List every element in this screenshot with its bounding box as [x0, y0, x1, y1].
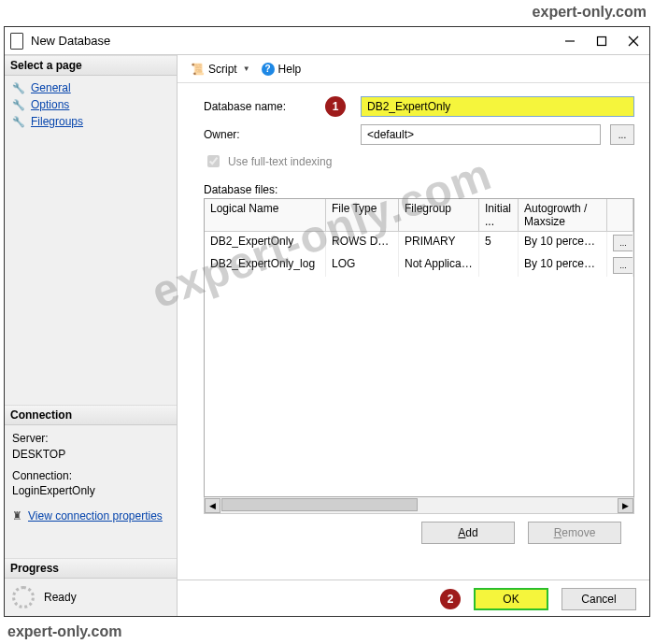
autogrowth-edit-button[interactable]: ... [613, 235, 633, 251]
page-filegroups[interactable]: 🔧 Filegroups [7, 113, 175, 130]
cell-filegroup: PRIMARY [399, 232, 479, 254]
grid-hscrollbar[interactable]: ◀ ▶ [204, 497, 634, 514]
cell-filegroup: Not Applicable [399, 254, 479, 277]
help-button[interactable]: ? Help [262, 63, 302, 76]
cancel-button[interactable]: Cancel [562, 588, 636, 610]
progress-header: Progress [5, 558, 177, 579]
maximize-icon [596, 36, 607, 47]
col-btn [607, 199, 633, 232]
script-label: Script [208, 63, 237, 76]
database-files-grid[interactable]: Logical Name File Type Filegroup Initial… [204, 198, 634, 497]
fulltext-checkbox [207, 155, 220, 167]
progress-spinner-icon [12, 586, 35, 608]
progress-body: Ready [5, 579, 177, 616]
fulltext-label: Use full-text indexing [228, 155, 332, 168]
main-panel: 📜 Script ▼ ? Help Database name: 1 Owner… [178, 55, 649, 616]
cell-autogrowth: By 10 percent, Unlimited [519, 232, 607, 254]
grid-buttonbar: AAdddd RemoveRemove [204, 514, 634, 544]
database-icon [10, 33, 23, 50]
view-connection-properties[interactable]: View connection properties [28, 508, 163, 524]
close-icon [628, 36, 639, 47]
page-filegroups-label: Filegroups [31, 115, 83, 128]
grid-row[interactable]: DB2_ExpertOnly_log LOG Not Applicable By… [205, 254, 633, 277]
annotation-marker-2: 2 [440, 589, 461, 609]
connection-header: Connection [5, 405, 177, 425]
server-icon: ♜ [12, 508, 22, 524]
col-autogrowth[interactable]: Autogrowth / Maxsize [519, 199, 607, 232]
owner-input[interactable] [361, 124, 601, 145]
dbname-input[interactable] [361, 96, 634, 117]
wrench-icon: 🔧 [12, 116, 25, 128]
scroll-thumb[interactable] [221, 498, 418, 511]
help-label: Help [278, 63, 302, 76]
titlebar: New Database [5, 27, 649, 55]
dialog-window: New Database Select a page 🔧 General 🔧 O… [4, 26, 650, 617]
form-area: Database name: 1 Owner: ... Use full-tex… [178, 83, 649, 572]
col-filegroup[interactable]: Filegroup [399, 199, 479, 232]
page-general[interactable]: 🔧 General [7, 79, 175, 96]
minimize-button[interactable] [554, 28, 586, 54]
server-value: DESKTOP [12, 447, 169, 463]
toolbar: 📜 Script ▼ ? Help [178, 55, 649, 83]
annotation-marker-1: 1 [325, 96, 346, 117]
cell-filetype: ROWS Data [326, 232, 399, 254]
ok-button[interactable]: OK [474, 588, 548, 610]
select-page-header: Select a page [5, 55, 177, 76]
svg-rect-1 [598, 36, 606, 45]
add-button[interactable]: AAdddd [421, 522, 515, 544]
scroll-right-icon[interactable]: ▶ [618, 498, 633, 513]
owner-label: Owner: [204, 128, 316, 141]
col-filetype[interactable]: File Type [326, 199, 399, 232]
connection-body: Server: DESKTOP Connection: LoginExpertO… [5, 425, 177, 530]
page-list: 🔧 General 🔧 Options 🔧 Filegroups [5, 76, 177, 134]
cell-filetype: LOG [326, 254, 399, 277]
script-button[interactable]: 📜 Script ▼ [187, 61, 254, 78]
autogrowth-edit-button[interactable]: ... [613, 257, 633, 274]
cell-initial [479, 254, 519, 277]
wrench-icon: 🔧 [12, 99, 25, 111]
cell-logical: DB2_ExpertOnly [205, 232, 326, 254]
wrench-icon: 🔧 [12, 82, 25, 94]
minimize-icon [564, 36, 576, 47]
script-icon: 📜 [191, 63, 205, 76]
maximize-button[interactable] [586, 28, 618, 54]
page-options-label: Options [31, 98, 69, 111]
page-options[interactable]: 🔧 Options [7, 96, 175, 113]
owner-browse-button[interactable]: ... [610, 124, 634, 145]
watermark-bottom: expert-only.com [7, 623, 121, 640]
progress-status: Ready [44, 591, 77, 604]
cell-autogrowth: By 10 percent, Unlimited [519, 254, 607, 277]
connection-value: LoginExpertOnly [12, 483, 169, 499]
database-files-label: Database files: [204, 183, 634, 196]
connection-label: Connection: [12, 468, 169, 484]
help-icon: ? [262, 63, 275, 76]
close-button[interactable] [618, 28, 649, 54]
remove-button[interactable]: RemoveRemove [528, 522, 621, 544]
window-title: New Database [31, 34, 554, 48]
chevron-down-icon: ▼ [243, 64, 250, 73]
page-general-label: General [31, 81, 71, 94]
scroll-left-icon[interactable]: ◀ [205, 498, 220, 513]
cell-logical: DB2_ExpertOnly_log [205, 254, 326, 277]
col-logical[interactable]: Logical Name [205, 199, 326, 232]
watermark-top: expert-only.com [533, 4, 647, 21]
col-initial[interactable]: Initial ... [479, 199, 519, 232]
grid-header-row: Logical Name File Type Filegroup Initial… [205, 199, 633, 232]
dialog-footer: 2 OK Cancel [178, 580, 649, 616]
server-label: Server: [12, 431, 169, 447]
side-panel: Select a page 🔧 General 🔧 Options 🔧 File… [5, 55, 178, 616]
cell-initial: 5 [479, 232, 519, 254]
dbname-label: Database name: [204, 100, 316, 113]
grid-row[interactable]: DB2_ExpertOnly ROWS Data PRIMARY 5 By 10… [205, 232, 633, 254]
